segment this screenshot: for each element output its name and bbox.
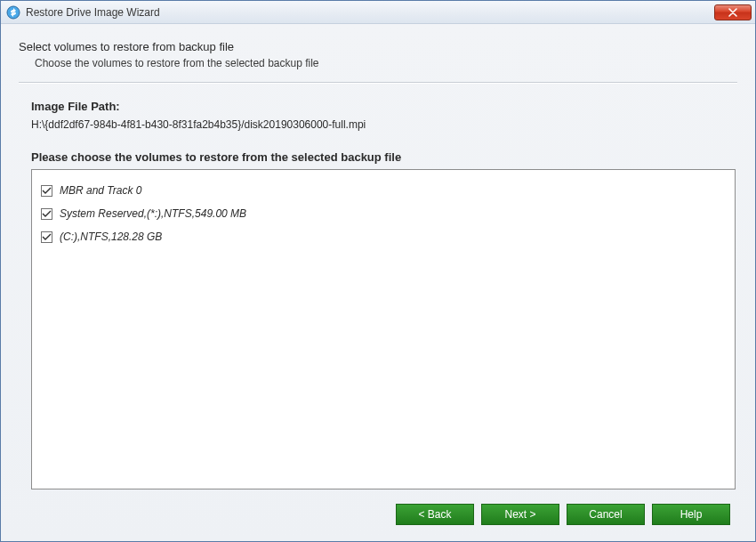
checkbox[interactable]	[41, 208, 52, 220]
checkmark-icon	[42, 186, 52, 196]
titlebar: Restore Drive Image Wizard	[1, 1, 755, 24]
close-button[interactable]	[714, 4, 752, 20]
image-path-value: H:\{ddf2df67-984b-4f81-b430-8f31fa2b4b35…	[31, 118, 737, 131]
page-title: Select volumes to restore from backup fi…	[19, 40, 737, 53]
app-icon	[6, 5, 20, 20]
help-button[interactable]: Help	[652, 504, 730, 525]
checkbox[interactable]	[41, 231, 52, 243]
volume-label: System Reserved,(*:),NTFS,549.00 MB	[60, 207, 246, 220]
cancel-button[interactable]: Cancel	[567, 504, 645, 525]
back-button[interactable]: < Back	[396, 504, 474, 525]
divider	[19, 82, 737, 84]
volume-label: MBR and Track 0	[60, 184, 141, 197]
image-path-label: Image File Path:	[31, 100, 737, 113]
checkmark-icon	[42, 232, 52, 242]
volume-item-mbr[interactable]: MBR and Track 0	[41, 179, 726, 202]
volume-item-system-reserved[interactable]: System Reserved,(*:),NTFS,549.00 MB	[41, 202, 726, 225]
button-row: < Back Next > Cancel Help	[19, 489, 737, 530]
wizard-window: Restore Drive Image Wizard Select volume…	[0, 0, 756, 542]
checkmark-icon	[42, 209, 52, 219]
page-subtitle: Choose the volumes to restore from the s…	[35, 57, 737, 69]
window-title: Restore Drive Image Wizard	[26, 6, 714, 19]
volumes-label: Please choose the volumes to restore fro…	[31, 150, 737, 164]
volume-item-c-drive[interactable]: (C:),NTFS,128.28 GB	[41, 225, 726, 248]
next-button[interactable]: Next >	[481, 504, 559, 525]
volume-label: (C:),NTFS,128.28 GB	[60, 231, 162, 243]
volumes-list: MBR and Track 0 System Reserved,(*:),NTF…	[31, 169, 736, 489]
checkbox[interactable]	[41, 185, 52, 197]
content-area: Select volumes to restore from backup fi…	[1, 24, 755, 541]
close-icon	[728, 8, 737, 17]
